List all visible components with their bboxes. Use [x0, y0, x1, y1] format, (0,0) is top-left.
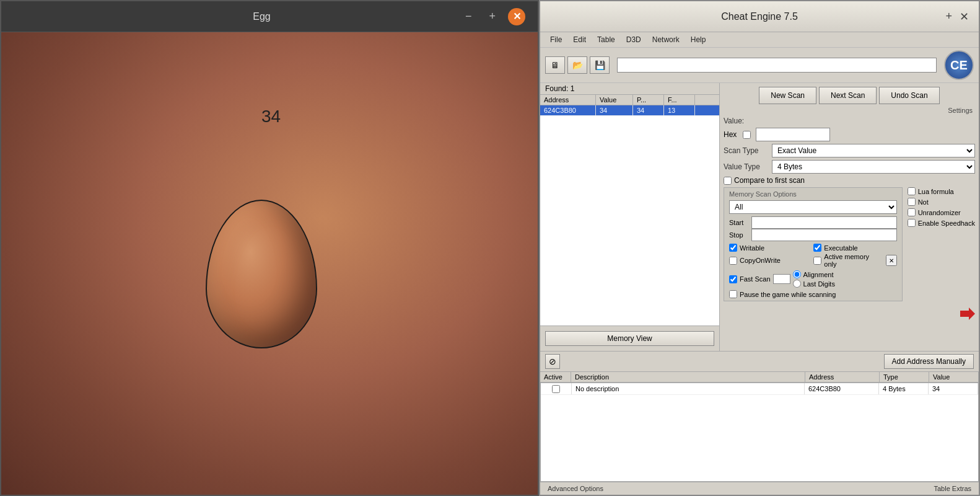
address-table-row[interactable]: No description 624C3B80 4 Bytes 34: [541, 383, 978, 395]
settings-label[interactable]: Settings: [948, 107, 973, 114]
value-type-row: Value Type 4 Bytes 2 Bytes 8 Bytes Float: [724, 160, 975, 174]
found-label: Found: 1: [545, 84, 574, 93]
hex-checkbox[interactable]: [743, 131, 751, 139]
start-row: Start 0000000000000000: [729, 216, 897, 229]
col-first: F...: [664, 95, 695, 105]
last-digits-row: Last Digits: [793, 280, 835, 288]
compare-row: Compare to first scan: [724, 176, 975, 185]
address-section-toolbar: ⊘ Add Address Manually: [540, 351, 979, 371]
active-memory-label: Active memory only: [824, 253, 883, 268]
egg-minimize-button[interactable]: −: [460, 9, 477, 24]
right-side-checks: Lua formula Not Unrandomizer Enable Spee…: [908, 187, 975, 227]
process-field[interactable]: 0000C293-Egg.exe: [617, 58, 937, 73]
pause-checkbox[interactable]: [729, 290, 737, 298]
cheat-engine-window: Cheat Engine 7.5 + ✕ File Edit Table D3D…: [539, 0, 980, 496]
toolbar-computer-button[interactable]: 🖥: [545, 56, 565, 74]
col-address: Address: [540, 95, 596, 105]
not-checkbox[interactable]: [908, 198, 916, 206]
scan-type-row: Scan Type Exact Value Changed Value Unch…: [724, 144, 975, 157]
next-scan-button[interactable]: Next Scan: [819, 87, 877, 104]
pause-row: Pause the game while scanning: [729, 290, 897, 298]
toolbar-save-button[interactable]: 💾: [590, 56, 610, 74]
egg-close-button[interactable]: ✕: [508, 8, 525, 25]
start-input[interactable]: 0000000000000000: [751, 216, 897, 229]
not-label: Not: [918, 198, 929, 206]
compare-checkbox[interactable]: [724, 177, 732, 185]
fast-scan-checkbox[interactable]: [729, 275, 737, 283]
menu-network[interactable]: Network: [647, 33, 685, 46]
row-active-checkbox[interactable]: [552, 385, 560, 393]
writable-row: Writable: [729, 244, 812, 252]
unrandomizer-row: Unrandomizer: [908, 208, 975, 216]
speedhack-row: Enable Speedhack: [908, 219, 975, 227]
undo-scan-button[interactable]: Undo Scan: [879, 87, 939, 104]
ce-maximize-button[interactable]: +: [945, 10, 952, 24]
value-input[interactable]: 34: [756, 128, 830, 141]
row-type: 4 Bytes: [879, 383, 929, 394]
advanced-options-link[interactable]: Advanced Options: [545, 484, 606, 494]
egg-maximize-button[interactable]: +: [484, 9, 501, 24]
result-prev: 34: [633, 105, 664, 115]
stop-input[interactable]: 00007fffffffffff: [751, 229, 897, 241]
cow-row: CopyOnWrite: [729, 253, 812, 268]
speedhack-checkbox[interactable]: [908, 219, 916, 227]
lua-formula-checkbox[interactable]: [908, 187, 916, 195]
bottom-scan-row: [724, 306, 975, 321]
egg-shape: [206, 200, 317, 348]
egg-titlebar: Egg − + ✕: [1, 1, 538, 32]
scan-result-row[interactable]: 624C3B80 34 34 13: [540, 105, 719, 116]
value-type-select[interactable]: 4 Bytes 2 Bytes 8 Bytes Float: [772, 160, 975, 174]
alignment-radio[interactable]: [793, 270, 801, 278]
menu-help[interactable]: Help: [686, 33, 711, 46]
lua-formula-label: Lua formula: [918, 188, 954, 195]
egg-shape-container: [206, 200, 317, 348]
col-active: Active: [540, 372, 571, 382]
ce-footer: Advanced Options Table Extras: [540, 482, 979, 495]
alignment-row: Alignment: [793, 270, 835, 278]
unrandomizer-checkbox[interactable]: [908, 208, 916, 216]
hex-value-row: Hex 34: [724, 128, 975, 141]
red-arrow-icon[interactable]: [960, 306, 975, 321]
menu-table[interactable]: Table: [592, 33, 620, 46]
memory-checks: Writable Executable CopyOnWrite Act: [729, 244, 897, 268]
ce-title: Cheat Engine 7.5: [721, 11, 798, 22]
memory-all-select[interactable]: All: [729, 200, 897, 214]
svg-marker-0: [960, 308, 975, 320]
last-digits-radio[interactable]: [793, 280, 801, 288]
toolbar-open-button[interactable]: 📂: [567, 56, 587, 74]
cow-checkbox[interactable]: [729, 257, 737, 265]
stop-row: Stop 00007fffffffffff: [729, 229, 897, 241]
active-memory-checkbox[interactable]: [813, 257, 821, 265]
executable-checkbox[interactable]: [813, 244, 821, 252]
menu-edit[interactable]: Edit: [568, 33, 591, 46]
ce-scan-results[interactable]: Address Value P... F... 624C3B80 34 34 1…: [540, 95, 719, 326]
scan-type-select[interactable]: Exact Value Changed Value Unchanged Valu…: [772, 144, 975, 157]
ce-left-panel: Found: 1 Address Value P... F... 624C3B8…: [540, 83, 720, 351]
menu-d3d[interactable]: D3D: [621, 33, 646, 46]
ce-main: Found: 1 Address Value P... F... 624C3B8…: [540, 83, 979, 351]
menu-file[interactable]: File: [545, 33, 567, 46]
writable-checkbox[interactable]: [729, 244, 737, 252]
value-type-label: Value Type: [724, 162, 767, 171]
active-memory-clear-btn[interactable]: ✕: [886, 255, 897, 266]
col-addr: Address: [805, 372, 880, 382]
hex-label: Hex: [724, 130, 737, 139]
row-value: 34: [929, 383, 978, 394]
ce-close-button[interactable]: ✕: [960, 10, 969, 24]
egg-canvas: 34: [1, 32, 538, 495]
memory-view-button[interactable]: Memory View: [545, 331, 714, 346]
row-active-cell[interactable]: [541, 383, 572, 394]
address-table-header: Active Description Address Type Value: [540, 372, 979, 383]
alignment-group: Alignment Last Digits: [793, 270, 835, 288]
unrandomizer-label: Unrandomizer: [918, 209, 961, 216]
address-table-scroll[interactable]: No description 624C3B80 4 Bytes 34: [540, 383, 979, 482]
new-scan-button[interactable]: New Scan: [759, 87, 816, 104]
egg-controls: − + ✕: [460, 8, 525, 25]
table-extras-link[interactable]: Table Extras: [931, 484, 974, 494]
ce-found-bar: Found: 1: [540, 83, 719, 95]
add-address-button[interactable]: Add Address Manually: [884, 354, 974, 369]
fast-scan-input[interactable]: 4: [773, 274, 790, 284]
speedhack-label: Enable Speedhack: [918, 219, 975, 227]
stop-button[interactable]: ⊘: [545, 354, 560, 369]
scan-buttons-row: New Scan Next Scan Undo Scan: [724, 87, 975, 104]
